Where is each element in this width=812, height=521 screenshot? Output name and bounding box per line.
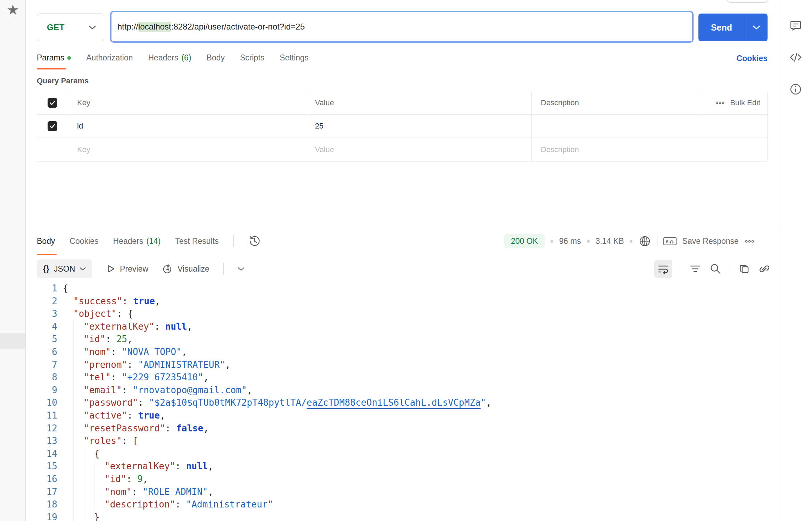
indent-guide [63,320,73,333]
json-token: , [127,333,133,346]
json-link-token[interactable]: eaZcTDM88ceOniLS6lCahL.dLsVCpMZa [307,396,481,409]
comments-icon[interactable] [789,19,802,32]
select-all-checkbox[interactable] [48,98,57,108]
copy-button[interactable] [738,263,750,275]
url-input[interactable]: http://localhost:8282/api/user/activate-… [110,11,694,43]
preview-label: Preview [120,264,148,274]
json-token: "+229 67235410" [122,371,204,384]
method-select[interactable]: GET [37,14,104,41]
indent-guide [73,486,84,498]
indent-guide [73,460,84,473]
json-token: , [208,460,213,473]
tab-scripts[interactable]: Scripts [240,53,264,63]
json-token: "ADMINISTRATEUR" [138,358,225,371]
line-number: 10 [26,396,57,409]
json-token: "externalKey" [105,460,175,473]
left-sidebar: ★ [0,0,26,521]
indent-guide [73,384,84,397]
tab-headers[interactable]: Headers(14) [113,237,161,246]
visualize-button[interactable]: Visualize [162,263,209,274]
indent-guide [63,295,73,308]
tab-cookies[interactable]: Cookies [69,237,98,246]
json-token: "externalKey" [84,320,155,333]
tab-label: Cookies [69,237,98,246]
line-number: 4 [26,320,57,333]
dot-separator [587,240,590,243]
tab-headers[interactable]: Headers(6) [148,53,191,63]
param-description-cell[interactable] [532,115,768,138]
active-response-tab-underline [37,254,57,255]
play-icon [106,264,116,274]
indent-guide [73,447,84,460]
favorite-star-icon[interactable]: ★ [0,3,26,17]
json-braces-icon: {} [43,264,49,274]
tab-label: Test Results [175,237,218,246]
param-key-cell[interactable]: id [68,115,306,138]
network-globe-icon[interactable] [638,235,651,248]
chevron-down-icon [89,25,96,30]
chevron-down-icon [80,267,86,271]
cookies-link[interactable]: Cookies [726,54,768,63]
indent-guide [84,460,94,473]
search-icon [710,263,721,275]
json-token: null [165,320,187,333]
indent-guide [94,498,105,511]
json-token: : [132,486,142,498]
preview-button[interactable]: Preview [106,264,148,274]
json-token: : [122,384,133,397]
tab-test-results[interactable]: Test Results [175,237,218,246]
bulk-edit-button[interactable]: Bulk Edit [699,91,768,115]
json-token: : [175,460,186,473]
send-options-button[interactable] [745,14,768,41]
divider [223,263,224,275]
info-icon[interactable] [789,83,802,96]
save-as-example-icon[interactable]: e.g. [663,237,676,245]
wrap-text-button[interactable] [654,260,672,278]
indent-guide [63,422,73,435]
tab-authorization[interactable]: Authorization [86,53,133,63]
json-token: true [138,409,160,422]
indent-guide [73,435,84,447]
tab-settings[interactable]: Settings [280,53,308,63]
param-description-placeholder[interactable]: Description [532,138,768,161]
indent-guide [63,473,73,486]
search-button[interactable] [710,263,721,275]
bulk-edit-label: Bulk Edit [730,98,760,107]
code-line: 14{ [26,447,779,460]
indent-guide [73,371,84,384]
response-history-icon[interactable] [248,235,261,247]
json-token: : [106,333,116,346]
tab-params[interactable]: Params [37,53,71,63]
response-body-json: 1{2"success": true,3"object": {4"externa… [26,282,779,521]
line-number: 6 [26,346,57,358]
tab-count-badge: (14) [146,237,160,246]
indent-guide [63,358,73,371]
param-value-placeholder[interactable]: Value [306,138,532,161]
response-more-dots-icon[interactable] [745,240,754,243]
tab-body[interactable]: Body [37,237,55,246]
line-number: 16 [26,473,57,486]
chevron-down-icon[interactable] [238,267,245,271]
filter-button[interactable] [689,264,701,274]
send-button[interactable]: Send [698,14,745,41]
indent-guide [63,460,73,473]
code-snippet-icon[interactable] [789,51,802,64]
param-row-checkbox[interactable] [48,121,57,131]
code-line: 8"tel": "+229 67235410", [26,371,779,384]
tab-body[interactable]: Body [207,53,225,63]
save-response-button[interactable]: Save Response [682,237,739,246]
tab-label: Settings [280,53,308,63]
line-number: 8 [26,371,57,384]
json-token: , [182,346,187,358]
format-select[interactable]: {} JSON [37,259,92,278]
param-value-cell[interactable]: 25 [306,115,532,138]
divider [681,263,681,275]
dot-separator [630,240,632,243]
param-key-placeholder[interactable]: Key [68,138,306,161]
indent-guide [73,320,84,333]
json-token: "Administrateur" [186,498,273,511]
code-line: 15"externalKey": null, [26,460,779,473]
filter-icon [689,264,701,274]
link-button[interactable] [759,263,770,275]
code-line: 16"id": 9, [26,473,779,486]
